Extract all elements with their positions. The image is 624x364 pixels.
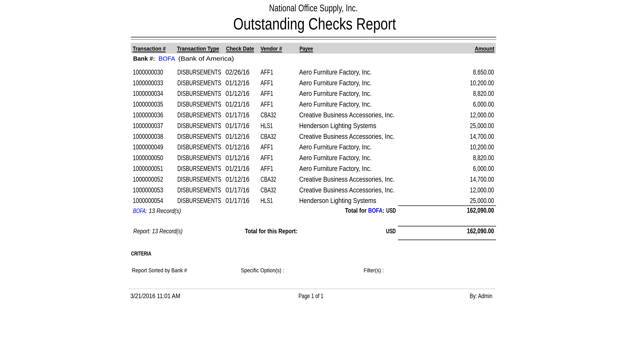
svg-text:Bank #:: Bank #: — [133, 55, 155, 62]
svg-text:162,090.00: 162,090.00 — [467, 207, 494, 214]
svg-text:10,200.00: 10,200.00 — [470, 143, 494, 151]
svg-text:AFF1: AFF1 — [260, 165, 273, 172]
svg-text:BOFA: BOFA — [133, 207, 146, 214]
svg-text:01/12/16: 01/12/16 — [226, 133, 249, 140]
svg-text:01/17/16: 01/17/16 — [226, 186, 249, 194]
svg-text:Creative Business Accessories,: Creative Business Accessories, Inc. — [299, 111, 394, 119]
svg-text:DISBURSEMENTS: DISBURSEMENTS — [177, 100, 221, 108]
svg-text:01/12/16: 01/12/16 — [226, 154, 249, 161]
svg-text:CBA32: CBA32 — [260, 186, 276, 194]
svg-text:1000000051: 1000000051 — [133, 165, 163, 172]
svg-text:DISBURSEMENTS: DISBURSEMENTS — [177, 175, 221, 183]
svg-text:: 13 Record(s): : 13 Record(s) — [146, 207, 181, 214]
svg-text:Aero Furniture Factory, Inc.: Aero Furniture Factory, Inc. — [299, 143, 372, 151]
svg-text:8,650.00: 8,650.00 — [473, 68, 494, 76]
svg-text:14,700.00: 14,700.00 — [470, 133, 494, 140]
svg-text:Report: 13 Record(s): Report: 13 Record(s) — [133, 228, 182, 235]
svg-text:AFF1: AFF1 — [260, 100, 273, 108]
svg-text:DISBURSEMENTS: DISBURSEMENTS — [177, 122, 221, 130]
svg-text:Henderson Lighting Systems: Henderson Lighting Systems — [299, 122, 376, 130]
svg-text:DISBURSEMENTS: DISBURSEMENTS — [177, 79, 221, 87]
svg-text:02/26/16: 02/26/16 — [226, 68, 249, 76]
svg-text:National Office Supply, Inc.: National Office Supply, Inc. — [269, 2, 358, 13]
svg-text:Payee: Payee — [300, 45, 313, 52]
svg-text:HLS1: HLS1 — [260, 122, 273, 130]
svg-text:1000000053: 1000000053 — [133, 186, 163, 194]
svg-text:DISBURSEMENTS: DISBURSEMENTS — [177, 143, 221, 151]
svg-text:Aero Furniture Factory, Inc.: Aero Furniture Factory, Inc. — [299, 100, 372, 108]
svg-text:Specific Option(s) :: Specific Option(s) : — [241, 267, 284, 274]
svg-text:Page 1 of 1: Page 1 of 1 — [298, 292, 323, 300]
svg-text:1000000034: 1000000034 — [133, 90, 163, 97]
svg-text:DISBURSEMENTS: DISBURSEMENTS — [177, 154, 221, 161]
svg-text:6,000.00: 6,000.00 — [473, 165, 494, 172]
svg-text:DISBURSEMENTS: DISBURSEMENTS — [177, 68, 221, 76]
svg-text:1000000035: 1000000035 — [133, 100, 163, 108]
svg-text:01/17/16: 01/17/16 — [226, 197, 249, 204]
svg-text:01/12/16: 01/12/16 — [226, 143, 249, 151]
svg-text:162,090.00: 162,090.00 — [467, 227, 494, 235]
svg-text:Aero Furniture Factory, Inc.: Aero Furniture Factory, Inc. — [299, 79, 372, 87]
svg-text:Aero Furniture Factory, Inc.: Aero Furniture Factory, Inc. — [299, 68, 372, 76]
svg-text:Creative Business Accessories,: Creative Business Accessories, Inc. — [299, 133, 394, 140]
svg-text:12,000.00: 12,000.00 — [470, 186, 494, 194]
svg-text:CBA32: CBA32 — [260, 111, 276, 119]
svg-text:Creative Business Accessories,: Creative Business Accessories, Inc. — [299, 175, 394, 183]
svg-text:Transaction #: Transaction # — [133, 45, 166, 52]
svg-text:CRITERIA: CRITERIA — [131, 250, 151, 257]
svg-text:1000000054: 1000000054 — [133, 197, 163, 204]
svg-text:Total for this Report:: Total for this Report: — [245, 228, 297, 235]
svg-text:1000000038: 1000000038 — [133, 133, 163, 140]
svg-text:HLS1: HLS1 — [260, 197, 273, 204]
svg-text:01/12/16: 01/12/16 — [226, 175, 249, 183]
svg-text:12,000.00: 12,000.00 — [470, 111, 494, 119]
svg-text:3/21/2016 11:01 AM: 3/21/2016 11:01 AM — [130, 292, 180, 300]
svg-text:1000000036: 1000000036 — [133, 111, 163, 119]
svg-text:01/21/16: 01/21/16 — [226, 165, 249, 172]
svg-text:Aero Furniture Factory, Inc.: Aero Furniture Factory, Inc. — [299, 165, 372, 172]
svg-text:AFF1: AFF1 — [260, 79, 273, 87]
svg-text:DISBURSEMENTS: DISBURSEMENTS — [177, 90, 221, 97]
svg-text:1000000049: 1000000049 — [133, 143, 163, 151]
svg-text:1000000030: 1000000030 — [133, 68, 163, 76]
svg-text:1000000037: 1000000037 — [133, 122, 163, 130]
svg-text:14,700.00: 14,700.00 — [470, 175, 494, 183]
svg-text:DISBURSEMENTS: DISBURSEMENTS — [177, 133, 221, 140]
svg-text:Check Date: Check Date — [226, 45, 254, 52]
svg-text:1000000050: 1000000050 — [133, 154, 163, 161]
svg-text:Henderson Lighting Systems: Henderson Lighting Systems — [299, 197, 376, 204]
svg-text:CBA32: CBA32 — [260, 175, 276, 183]
svg-text:Transaction Type: Transaction Type — [177, 45, 219, 52]
svg-text:Aero Furniture Factory, Inc.: Aero Furniture Factory, Inc. — [299, 90, 372, 97]
svg-text:10,200.00: 10,200.00 — [470, 79, 494, 87]
svg-text:DISBURSEMENTS: DISBURSEMENTS — [177, 186, 221, 194]
svg-text:Amount: Amount — [475, 45, 494, 52]
svg-text:DISBURSEMENTS: DISBURSEMENTS — [177, 197, 221, 204]
svg-text:BOFA: BOFA — [368, 207, 383, 214]
svg-text:AFF1: AFF1 — [260, 154, 273, 161]
svg-text:(Bank of America): (Bank of America) — [178, 55, 234, 62]
svg-text:Filter(s) :: Filter(s) : — [364, 267, 384, 274]
svg-text::: : — [383, 207, 385, 214]
svg-text:Aero Furniture Factory, Inc.: Aero Furniture Factory, Inc. — [299, 154, 372, 161]
svg-text:Outstanding Checks Report: Outstanding Checks Report — [233, 15, 396, 33]
svg-text:DISBURSEMENTS: DISBURSEMENTS — [177, 165, 221, 172]
svg-text:8,820.00: 8,820.00 — [473, 154, 494, 161]
svg-text:DISBURSEMENTS: DISBURSEMENTS — [177, 111, 221, 119]
svg-text:01/17/16: 01/17/16 — [226, 111, 249, 119]
svg-text:25,000.00: 25,000.00 — [470, 122, 494, 130]
svg-text:CBA32: CBA32 — [260, 133, 276, 140]
svg-text:USD: USD — [386, 207, 396, 214]
svg-text:Total for: Total for — [345, 207, 366, 214]
svg-text:AFF1: AFF1 — [260, 143, 273, 151]
svg-text:1000000033: 1000000033 — [133, 79, 163, 87]
svg-text:AFF1: AFF1 — [260, 68, 273, 76]
svg-text:01/12/16: 01/12/16 — [226, 90, 249, 97]
svg-text:Vendor #: Vendor # — [260, 45, 282, 52]
svg-text:25,000.00: 25,000.00 — [470, 197, 494, 204]
svg-text:01/12/16: 01/12/16 — [226, 79, 249, 87]
svg-text:By: Admin: By: Admin — [470, 292, 493, 300]
svg-text:01/17/16: 01/17/16 — [226, 122, 249, 130]
svg-text:AFF1: AFF1 — [260, 90, 273, 97]
svg-text:Creative Business Accessories,: Creative Business Accessories, Inc. — [299, 186, 394, 194]
